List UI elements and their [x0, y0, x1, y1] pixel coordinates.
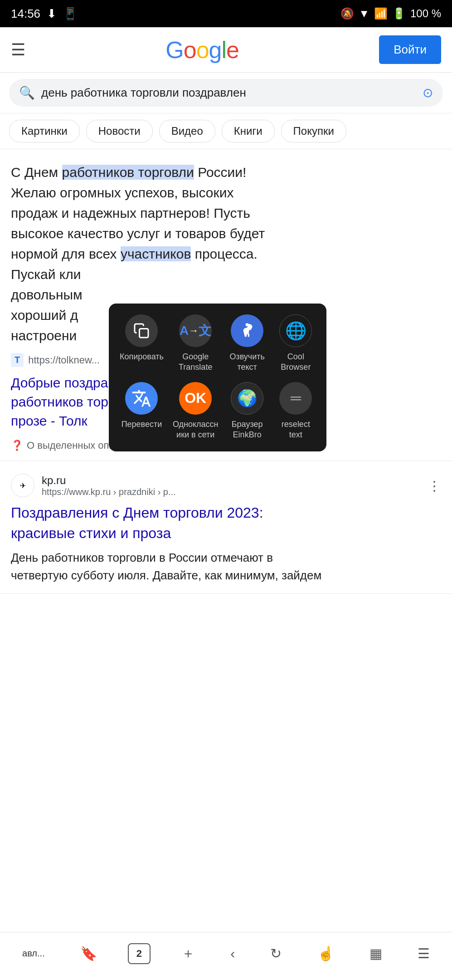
more-options-icon[interactable]: ⋮ — [428, 478, 441, 494]
question-icon: ❓ — [11, 440, 23, 451]
battery-icon: 🔋 — [392, 7, 406, 20]
translate-label: Перевести — [122, 419, 162, 430]
google-header: ☰ G o o g l e Войти — [0, 27, 452, 73]
context-copy[interactable]: Копировать — [120, 314, 164, 373]
bottom-nav: авл... 🔖 2 ＋ ‹ ↻ ☝ ▦ ☰ — [0, 932, 452, 980]
context-tts[interactable]: Озвучитьтекст — [228, 314, 267, 373]
result-block-1: С Днем работников торговли России! Желаю… — [0, 149, 452, 461]
signal-icon: 📶 — [374, 7, 388, 20]
status-bar: 14:56 ⬇ 📱 🔕 ▼ 📶 🔋 100 % — [0, 0, 452, 27]
download-icon: ⬇ — [47, 7, 57, 21]
kp-icon: ✈ — [20, 481, 26, 490]
einkbro-label: БраузерEinkBro — [232, 419, 263, 441]
context-reselect[interactable]: ═ reselect text — [276, 382, 316, 441]
source-url-1: https://tolknew... — [28, 354, 100, 366]
copy-label: Копировать — [120, 352, 164, 362]
search-bar-wrap: 🔍 день работника торговли поздравлен ⊙ — [0, 73, 452, 113]
nav-add-tab-icon[interactable]: ＋ — [177, 940, 199, 967]
logo-g: G — [165, 36, 183, 64]
nav-current-page[interactable]: авл... — [18, 944, 49, 963]
result-block-2: ✈ kp.ru https://www.kp.ru › prazdniki › … — [0, 461, 452, 594]
battery-percent: 100 % — [410, 7, 441, 20]
wifi-icon: ▼ — [359, 7, 369, 20]
filter-tabs: Картинки Новости Видео Книги Покупки — [0, 113, 452, 149]
context-menu: Копировать A→文 GoogleTranslate Озвучитьт… — [109, 304, 326, 451]
nav-forward-icon[interactable]: ↻ — [266, 941, 286, 966]
translate-icon — [125, 382, 158, 415]
tab-shopping[interactable]: Покупки — [281, 120, 346, 142]
ok-icon: OK — [179, 382, 212, 415]
tab-books[interactable]: Книги — [222, 120, 275, 142]
google-logo: G o o g l e — [165, 36, 239, 64]
tts-label: Озвучитьтекст — [229, 352, 264, 373]
search-bar[interactable]: 🔍 день работника торговли поздравлен ⊙ — [9, 79, 443, 107]
highlight-participants: участников — [121, 246, 191, 261]
reselect-label: reselect text — [276, 419, 316, 441]
logo-l: l — [221, 36, 226, 64]
result-title-kp[interactable]: Поздравления с Днем торговли 2023: краси… — [11, 503, 441, 544]
camera-search-icon[interactable]: ⊙ — [423, 85, 433, 100]
result-snippet-kp: День работников торговли в России отмеча… — [11, 549, 441, 584]
nav-back-icon[interactable]: ‹ — [226, 941, 239, 966]
accessibility-icon — [231, 314, 263, 347]
einkbro-icon: 🌍 — [231, 382, 263, 415]
logo-e: e — [226, 36, 239, 64]
source-icon-t: T — [11, 353, 24, 367]
source-row-2: ✈ kp.ru https://www.kp.ru › prazdniki › … — [11, 474, 441, 497]
copy-icon — [125, 314, 158, 347]
nav-touch-icon[interactable]: ☝ — [313, 941, 339, 966]
nav-bookmark-icon[interactable]: 🔖 — [76, 941, 102, 966]
highlight-workers: работников торговли — [62, 165, 194, 180]
svg-rect-0 — [140, 329, 149, 338]
cool-browser-label: Cool Browser — [276, 352, 316, 373]
reselect-icon: ═ — [279, 382, 312, 415]
bell-off-icon: 🔕 — [340, 7, 354, 20]
tab-video[interactable]: Видео — [159, 120, 215, 142]
cool-browser-icon: 🌐 — [279, 314, 312, 347]
nav-menu-icon[interactable]: ☰ — [413, 941, 434, 966]
context-translate[interactable]: Перевести — [120, 382, 164, 441]
logo-g2: g — [209, 36, 222, 64]
logo-o2: o — [196, 36, 209, 64]
context-einkbro[interactable]: 🌍 БраузерEinkBro — [228, 382, 267, 441]
time: 14:56 — [11, 7, 40, 21]
source-url-kp: https://www.kp.ru › prazdniki › p... — [42, 487, 176, 497]
logo-o1: o — [184, 36, 196, 64]
signin-button[interactable]: Войти — [379, 35, 441, 64]
favicon-kp: ✈ — [11, 474, 34, 497]
nav-reader-icon[interactable]: ▦ — [365, 941, 387, 966]
google-translate-icon: A→文 — [179, 314, 212, 347]
search-query[interactable]: день работника торговли поздравлен — [41, 86, 416, 100]
search-icon: 🔍 — [19, 85, 35, 100]
context-google-translate[interactable]: A→文 GoogleTranslate — [173, 314, 219, 373]
tab-news[interactable]: Новости — [86, 120, 153, 142]
nav-tabs-icon[interactable]: 2 — [128, 943, 151, 964]
source-name-kp: kp.ru — [42, 474, 176, 487]
hamburger-menu-icon[interactable]: ☰ — [11, 40, 25, 59]
google-translate-label: GoogleTranslate — [179, 352, 212, 373]
context-odnoklassniki[interactable]: OK Одноклассники в сети — [173, 382, 219, 441]
ok-label: Одноклассники в сети — [173, 419, 219, 441]
tab-images[interactable]: Картинки — [9, 120, 80, 142]
phone-icon: 📱 — [63, 7, 78, 21]
context-cool-browser[interactable]: 🌐 Cool Browser — [276, 314, 316, 373]
